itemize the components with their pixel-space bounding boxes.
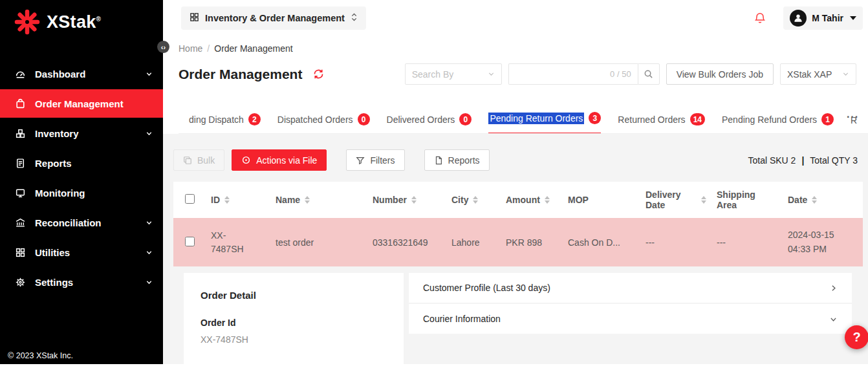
tab-returned-orders[interactable]: Returned Orders 14	[618, 107, 705, 134]
sort-icon[interactable]	[224, 196, 230, 204]
chevron-down-icon	[146, 279, 153, 286]
order-id-value: XX-7487SH	[201, 334, 387, 345]
column-header-shipping-area[interactable]: Shipping Area	[711, 182, 783, 218]
help-button[interactable]: ?	[845, 325, 868, 349]
sidebar-item-dashboard[interactable]: Dashboard	[0, 60, 163, 88]
settings-gear-icon	[14, 276, 26, 288]
sidebar-item-label: Inventory	[35, 128, 79, 139]
search-input[interactable]	[515, 69, 610, 80]
app-window: XStak® Dashboard Order Management	[0, 0, 868, 368]
tab-badge: 2	[248, 113, 261, 125]
xstak-xap-select[interactable]: XStak XAP	[780, 63, 856, 85]
column-header-date[interactable]: Date	[783, 182, 863, 218]
dashboard-icon	[14, 68, 26, 80]
reports-button[interactable]: Reports	[424, 149, 490, 171]
monitoring-icon	[14, 187, 26, 199]
logo-text: XStak®	[47, 12, 101, 32]
xstak-logo[interactable]: XStak®	[0, 0, 163, 53]
actions-via-file-button[interactable]: Actions via File	[232, 149, 327, 171]
sort-icon[interactable]	[701, 196, 706, 204]
reconciliation-icon	[14, 217, 26, 228]
breadcrumb-home[interactable]: Home	[179, 43, 202, 54]
tab-badge: 14	[690, 113, 705, 125]
sidebar-item-label: Settings	[35, 277, 73, 288]
chevron-down-icon	[146, 249, 153, 256]
search-icon	[644, 69, 653, 79]
detail-accordions: Customer Profile (Last 30 days) Courier …	[409, 273, 852, 368]
sort-icon[interactable]	[305, 196, 310, 204]
cell-amount: PKR 898	[501, 218, 563, 266]
reports-icon	[14, 157, 26, 169]
accordion-courier-information[interactable]: Courier Information	[409, 304, 852, 334]
sidebar-item-label: Reconciliation	[35, 217, 102, 228]
refresh-icon[interactable]	[312, 68, 325, 80]
main-area: Inventory & Order Management M Tahir Hom…	[163, 0, 868, 368]
content-area: Bulk Actions via File Filters Reports	[163, 134, 868, 368]
total-qty: Total QTY 3	[810, 155, 858, 166]
chevron-down-icon	[488, 70, 495, 78]
tab-badge: 1	[821, 113, 834, 125]
chevron-down-icon	[146, 219, 153, 226]
sidebar-item-settings[interactable]: Settings	[0, 268, 163, 296]
column-header-city[interactable]: City	[446, 182, 501, 218]
sidebar-item-label: Dashboard	[35, 69, 85, 80]
sidebar-item-reports[interactable]: Reports	[0, 149, 163, 177]
notification-bell-icon[interactable]	[754, 11, 766, 25]
cell-id: XX-7487SH	[206, 218, 270, 266]
table-row[interactable]: XX-7487SH test order 03316321649 Lahore …	[173, 218, 863, 266]
horizontal-scrollbar[interactable]	[0, 364, 868, 368]
filters-button[interactable]: Filters	[346, 149, 404, 171]
orders-icon	[14, 98, 26, 109]
breadcrumb-current: Order Management	[214, 43, 292, 54]
sidebar-item-inventory[interactable]: Inventory	[0, 119, 163, 147]
sidebar-item-label: Reports	[35, 158, 72, 169]
tab-badge: 3	[589, 112, 601, 124]
inventory-icon	[14, 127, 26, 139]
sidebar-item-monitoring[interactable]: Monitoring	[0, 179, 163, 207]
search-by-select[interactable]: Search By	[405, 63, 502, 85]
bulk-button[interactable]: Bulk	[173, 149, 224, 171]
app-selector[interactable]: Inventory & Order Management	[181, 6, 366, 30]
bulk-copy-icon	[183, 156, 192, 165]
cell-date: 2024-03-15 04:33 PM	[783, 218, 863, 266]
tab-dispatched-orders[interactable]: Dispatched Orders 0	[277, 107, 370, 134]
toolbar: Bulk Actions via File Filters Reports	[173, 149, 863, 171]
cell-number: 03316321649	[367, 218, 446, 266]
sidebar-item-order-management[interactable]: Order Management	[0, 89, 163, 118]
view-bulk-orders-job-button[interactable]: View Bulk Orders Job	[666, 63, 774, 85]
select-all-checkbox[interactable]	[185, 194, 195, 204]
search-box: 0 / 50	[508, 63, 660, 85]
report-file-icon	[434, 156, 443, 165]
sort-icon[interactable]	[812, 196, 817, 204]
chevron-down-icon	[146, 130, 153, 137]
user-menu[interactable]: M Tahir	[783, 6, 863, 30]
accordion-customer-profile[interactable]: Customer Profile (Last 30 days)	[409, 273, 852, 303]
column-header-delivery-date[interactable]: Delivery Date	[640, 182, 711, 218]
tab-pending-return-orders[interactable]: Pending Return Orders 3	[488, 105, 601, 134]
row-checkbox[interactable]	[185, 237, 195, 246]
order-id-label: Order Id	[201, 318, 387, 328]
avatar	[790, 10, 807, 27]
sidebar-item-reconciliation[interactable]: Reconciliation	[0, 208, 163, 237]
cell-city: Lahore	[446, 218, 501, 266]
column-header-mop[interactable]: MOP	[563, 182, 640, 218]
tab-badge: 0	[358, 113, 370, 125]
sort-icon[interactable]	[473, 196, 478, 204]
sidebar-collapse-button[interactable]: ‹›	[157, 41, 169, 53]
chevron-down-icon	[146, 70, 153, 78]
sidebar-item-utilities[interactable]: Utilities	[0, 238, 163, 266]
column-header-id[interactable]: ID	[206, 182, 270, 218]
sort-icon[interactable]	[545, 196, 550, 204]
tabs-more-button[interactable]: ···	[847, 111, 859, 123]
app-selector-label: Inventory & Order Management	[205, 13, 345, 23]
column-header-name[interactable]: Name	[270, 182, 367, 218]
column-header-amount[interactable]: Amount	[501, 182, 563, 218]
column-header-number[interactable]: Number	[367, 182, 446, 218]
page-title: Order Management	[179, 67, 302, 82]
tab-pending-refund-orders[interactable]: Pending Refund Orders 1	[722, 107, 834, 134]
sort-icon[interactable]	[411, 196, 417, 204]
sidebar-item-label: Utilities	[35, 247, 70, 258]
tab-pending-dispatch[interactable]: ding Dispatch 2	[189, 107, 261, 134]
search-button[interactable]	[638, 63, 660, 85]
tab-delivered-orders[interactable]: Delivered Orders 0	[387, 107, 472, 134]
